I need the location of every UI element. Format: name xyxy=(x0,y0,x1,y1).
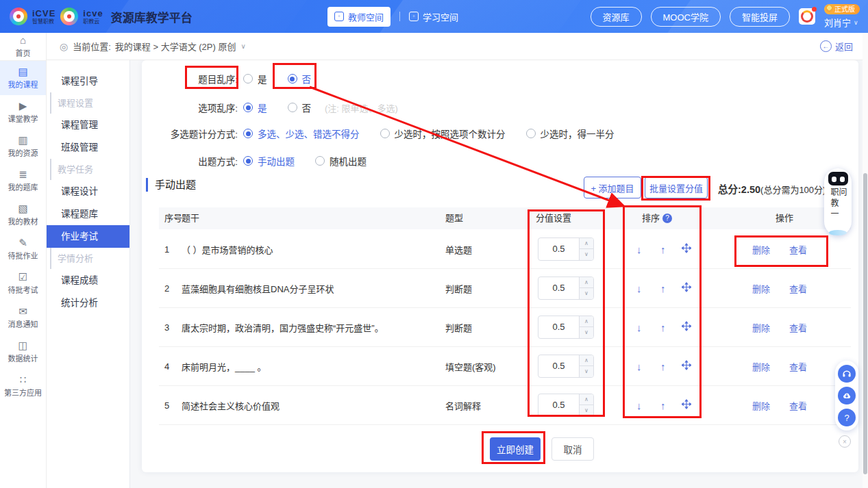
delete-link[interactable]: 删除 xyxy=(752,359,770,372)
stepper-up-icon[interactable]: ∧ xyxy=(580,277,593,289)
app-notification-icon[interactable] xyxy=(799,8,815,25)
stepper-up-icon[interactable]: ∧ xyxy=(580,394,593,406)
move-down-icon[interactable]: ↓ xyxy=(636,399,642,411)
drag-move-icon[interactable] xyxy=(682,282,691,294)
row-no: 2 xyxy=(164,283,169,293)
menu-item-course-guide[interactable]: 课程引导 xyxy=(46,70,129,92)
move-up-icon[interactable]: ↑ xyxy=(660,360,666,372)
drag-move-icon[interactable] xyxy=(682,243,691,255)
menu-item-course-management[interactable]: 课程管理 xyxy=(46,114,129,136)
breadcrumb[interactable]: 我的课程 > 大学语文 (2P) 原创 xyxy=(115,40,236,53)
user-menu[interactable]: 刘肖宁 ∨ xyxy=(824,16,858,29)
view-link[interactable]: 查看 xyxy=(789,398,807,411)
delete-link[interactable]: 删除 xyxy=(752,320,770,333)
add-question-button[interactable]: + 添加题目 xyxy=(584,177,641,198)
move-down-icon[interactable]: ↓ xyxy=(636,282,642,294)
radio-random-questions[interactable]: 随机出题 xyxy=(315,154,367,168)
radio-question-shuffle-no[interactable]: 否 xyxy=(288,72,312,86)
delete-link[interactable]: 删除 xyxy=(752,281,770,294)
row-type: 判断题 xyxy=(445,320,472,333)
radio-scoring-half-credit[interactable]: 少选时，得一半分 xyxy=(526,127,615,140)
rail-item-pending-homework[interactable]: ✎ 待批作业 xyxy=(0,232,46,266)
menu-item-course-grades[interactable]: 课程成绩 xyxy=(46,269,129,292)
stepper-down-icon[interactable]: ∨ xyxy=(580,405,593,416)
nav-teacher-space[interactable]: ▫ 教师空间 xyxy=(327,7,390,27)
rail-item-textbooks[interactable]: ▧ 我的教材 xyxy=(0,198,46,232)
delete-link[interactable]: 删除 xyxy=(752,242,770,255)
view-link[interactable]: 查看 xyxy=(789,281,807,294)
nav-learning-space[interactable]: ▫ 学习空间 xyxy=(409,10,458,23)
user-name: 刘肖宁 xyxy=(824,16,851,29)
move-down-icon[interactable]: ↓ xyxy=(636,243,642,255)
score-input[interactable] xyxy=(538,394,579,416)
radio-manual-questions[interactable]: 手动出题 xyxy=(243,154,295,168)
resource-library-button[interactable]: 资源库 xyxy=(591,7,642,27)
move-down-icon[interactable]: ↓ xyxy=(636,321,642,333)
rail-item-notifications[interactable]: ✉ 消息通知 xyxy=(0,300,46,335)
stepper-down-icon[interactable]: ∨ xyxy=(580,366,593,377)
rail-item-question-bank[interactable]: ≣ 我的题库 xyxy=(0,164,46,198)
customer-service-button[interactable] xyxy=(838,365,856,383)
stepper-up-icon[interactable]: ∧ xyxy=(580,355,593,367)
rail-item-statistics[interactable]: ◫ 数据统计 xyxy=(0,335,46,369)
breadcrumb-caret-icon[interactable]: ∨ xyxy=(240,42,245,50)
rail-item-pending-exams[interactable]: ☑ 待批考试 xyxy=(0,266,46,300)
move-down-icon[interactable]: ↓ xyxy=(636,360,642,372)
classroom-play-icon: ▶ xyxy=(19,101,27,111)
teacher-space-icon: ▫ xyxy=(334,12,344,21)
score-input[interactable] xyxy=(538,277,579,299)
back-button[interactable]: ← 返回 xyxy=(820,40,853,53)
stepper-down-icon[interactable]: ∨ xyxy=(580,327,593,338)
menu-item-course-question-bank[interactable]: 课程题库 xyxy=(46,203,129,225)
menu-item-class-management[interactable]: 班级管理 xyxy=(46,136,129,159)
radio-circle-icon xyxy=(526,129,536,138)
smart-casting-button[interactable]: 智能投屏 xyxy=(730,7,790,27)
question-row: 2 蓝藻细胞具有细胞核且DNA分子呈环状 判断题 ∧∨ ↓ ↑ 删除 查看 xyxy=(159,268,851,308)
mooc-academy-button[interactable]: MOOC学院 xyxy=(651,7,721,27)
question-row: 5 简述社会主义核心价值观 名词解释 ∧∨ ↓ ↑ 删除 查看 xyxy=(159,385,851,425)
menu-item-statistical-analysis[interactable]: 统计分析 xyxy=(46,292,129,314)
drag-move-icon[interactable] xyxy=(682,321,691,333)
sort-help-icon[interactable]: ? xyxy=(662,214,672,223)
ai-assistant-widget[interactable]: 职教一问 xyxy=(824,168,852,235)
move-up-icon[interactable]: ↑ xyxy=(660,243,666,255)
create-now-button[interactable]: 立即创建 xyxy=(490,437,541,461)
delete-link[interactable]: 删除 xyxy=(752,398,770,411)
scrollbar-thumb[interactable] xyxy=(863,173,867,474)
radio-question-shuffle-yes[interactable]: 是 xyxy=(243,72,267,86)
radio-scoring-per-option[interactable]: 少选时，按照选项个数计分 xyxy=(380,127,506,140)
collapse-toolbar-button[interactable]: × xyxy=(839,435,851,448)
rail-item-my-resources[interactable]: ▥ 我的资源 xyxy=(0,129,46,164)
stepper-down-icon[interactable]: ∨ xyxy=(580,288,593,299)
score-input[interactable] xyxy=(538,238,579,260)
batch-set-score-button[interactable]: 批量设置分值 xyxy=(645,177,708,198)
stepper-up-icon[interactable]: ∧ xyxy=(580,238,593,250)
stepper-down-icon[interactable]: ∨ xyxy=(580,249,593,260)
view-link[interactable]: 查看 xyxy=(789,359,807,372)
stepper-up-icon[interactable]: ∧ xyxy=(580,316,593,328)
rail-item-home[interactable]: ⌂ 首页 xyxy=(0,33,46,61)
cancel-button[interactable]: 取消 xyxy=(551,437,594,461)
score-input[interactable] xyxy=(538,355,579,377)
brand2-sub: 职教云 xyxy=(83,19,103,25)
rail-item-my-courses[interactable]: ▤ 我的课程 xyxy=(0,61,46,95)
brand-sub: 智慧职教 xyxy=(32,19,55,25)
menu-item-course-design[interactable]: 课程设计 xyxy=(46,180,129,203)
move-up-icon[interactable]: ↑ xyxy=(660,321,666,333)
drag-move-icon[interactable] xyxy=(682,360,691,372)
radio-option-shuffle-yes[interactable]: 是 xyxy=(243,101,267,114)
score-input[interactable] xyxy=(538,316,579,338)
drag-move-icon[interactable] xyxy=(682,399,691,411)
help-button[interactable]: ? xyxy=(838,409,856,426)
radio-option-shuffle-no[interactable]: 否 xyxy=(288,101,312,114)
view-link[interactable]: 查看 xyxy=(789,242,807,255)
medal-icon xyxy=(826,5,833,12)
view-link[interactable]: 查看 xyxy=(789,320,807,333)
radio-scoring-no-credit[interactable]: 多选、少选、错选不得分 xyxy=(243,127,360,140)
rail-item-third-party-apps[interactable]: ∷ 第三方应用 xyxy=(0,369,46,403)
rail-item-classroom-teaching[interactable]: ▶ 课堂教学 xyxy=(0,95,46,129)
move-up-icon[interactable]: ↑ xyxy=(660,399,666,411)
download-button[interactable] xyxy=(838,387,856,404)
menu-item-homework-exams[interactable]: 作业考试 xyxy=(46,225,129,248)
move-up-icon[interactable]: ↑ xyxy=(660,282,666,294)
